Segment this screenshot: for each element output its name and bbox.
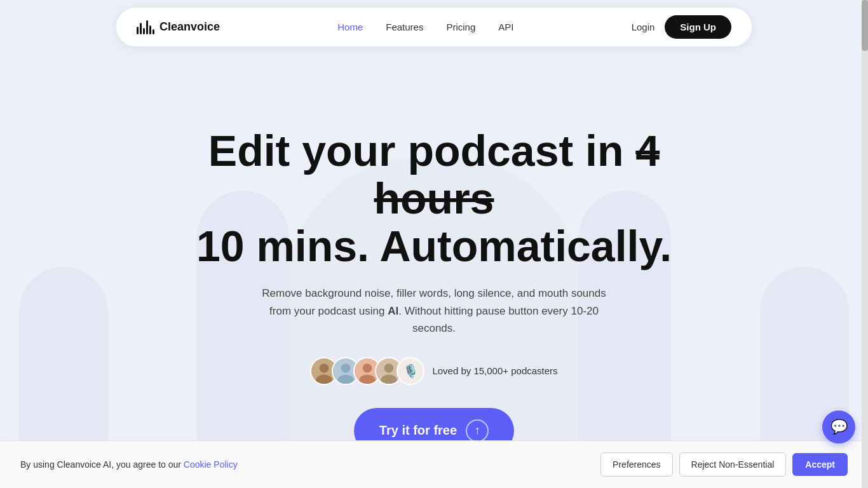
title-part2: 10 mins. Automatically.	[196, 222, 672, 270]
cookie-banner: By using Cleanvoice AI, you agree to our…	[0, 440, 868, 488]
cookie-policy-link[interactable]: Cookie Policy	[184, 459, 238, 470]
hero-title: Edit your podcast in 4 hours 10 mins. Au…	[148, 127, 720, 269]
cta-arrow-icon: ↑	[466, 419, 489, 442]
nav-api[interactable]: API	[498, 22, 513, 32]
svg-point-7	[363, 363, 372, 373]
scrollbar[interactable]	[862, 0, 868, 488]
svg-point-4	[341, 363, 351, 373]
svg-point-10	[384, 363, 394, 373]
avatar-5: 🎙️	[397, 357, 424, 385]
svg-point-1	[320, 363, 329, 373]
cookie-actions: Preferences Reject Non-Essential Accept	[600, 452, 848, 477]
logo-text: Cleanvoice	[159, 20, 220, 34]
reject-button[interactable]: Reject Non-Essential	[679, 452, 787, 477]
nav-home[interactable]: Home	[337, 22, 363, 32]
nav-actions: Login Sign Up	[632, 15, 731, 39]
logo-link[interactable]: Cleanvoice	[137, 20, 220, 34]
hero-section: Edit your podcast in 4 hours 10 mins. Au…	[148, 64, 720, 485]
cta-label: Try it for free	[379, 423, 457, 438]
navbar: Cleanvoice Home Features Pricing API Log…	[116, 8, 752, 46]
main-content: Edit your podcast in 4 hours 10 mins. Au…	[0, 0, 868, 485]
logo-icon	[137, 20, 154, 34]
login-link[interactable]: Login	[632, 22, 655, 32]
social-proof: 🎙️ Loved by 15,000+ podcasters	[310, 357, 557, 385]
chat-icon: 💬	[831, 419, 848, 435]
nav-features[interactable]: Features	[386, 22, 423, 32]
avatars-group: 🎙️	[310, 357, 424, 385]
accept-button[interactable]: Accept	[792, 453, 848, 476]
signup-button[interactable]: Sign Up	[665, 15, 731, 39]
chat-bubble[interactable]: 💬	[822, 410, 855, 444]
social-proof-text: Loved by 15,000+ podcasters	[432, 365, 557, 376]
preferences-button[interactable]: Preferences	[600, 452, 672, 477]
title-part1: Edit your podcast in	[208, 126, 636, 175]
nav-pricing[interactable]: Pricing	[446, 22, 475, 32]
cookie-text: By using Cleanvoice AI, you agree to our…	[20, 459, 238, 470]
nav-links: Home Features Pricing API	[337, 22, 513, 33]
hero-subtitle: Remove background noise, filler words, l…	[256, 285, 612, 337]
